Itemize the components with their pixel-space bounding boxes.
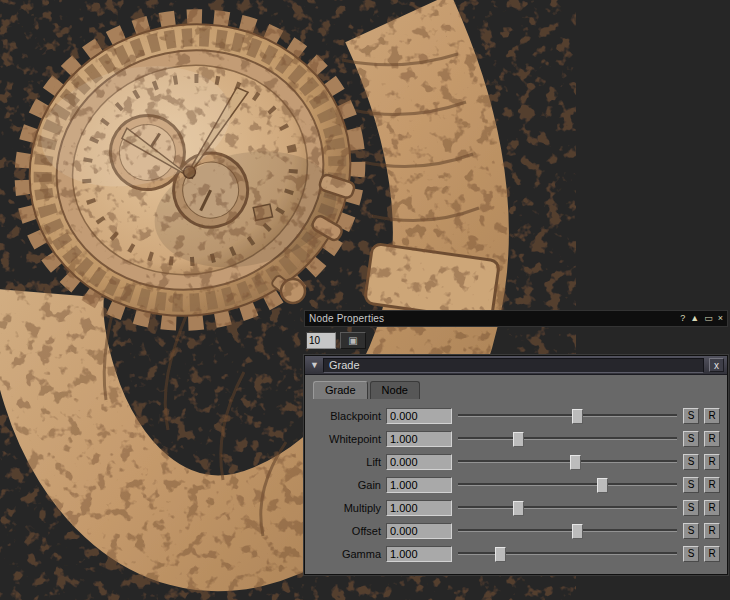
param-value-input[interactable] (386, 408, 452, 424)
panel-title: Node Properties (309, 313, 675, 324)
param-label: Gain (311, 479, 381, 491)
param-row: Blackpoint S R (311, 404, 721, 427)
param-slider[interactable] (457, 430, 678, 447)
tab-bar: Grade Node (313, 381, 721, 399)
collapse-arrow-icon[interactable]: ▼ (308, 360, 321, 370)
slider-s-button[interactable]: S (683, 477, 699, 493)
tab-node[interactable]: Node (370, 381, 420, 399)
param-label: Lift (311, 456, 381, 468)
param-slider[interactable] (457, 499, 678, 516)
param-value-input[interactable] (386, 431, 452, 447)
slider-r-button[interactable]: R (704, 500, 720, 516)
slider-s-button[interactable]: S (683, 523, 699, 539)
param-row: Lift S R (311, 450, 721, 473)
param-slider[interactable] (457, 453, 678, 470)
slider-handle[interactable] (570, 455, 581, 470)
help-icon[interactable]: ? (680, 314, 685, 323)
param-label: Multiply (311, 502, 381, 514)
group-header[interactable]: ▼ Grade x (305, 356, 727, 375)
close-icon[interactable]: × (718, 314, 723, 323)
slider-s-button[interactable]: S (683, 500, 699, 516)
slider-r-button[interactable]: R (704, 408, 720, 424)
param-label: Offset (311, 525, 381, 537)
param-slider[interactable] (457, 407, 678, 424)
param-row: Offset S R (311, 519, 721, 542)
slider-handle[interactable] (495, 547, 506, 562)
slider-handle[interactable] (513, 501, 524, 516)
param-rows: Blackpoint S R Whitepoint S R Lift S R G… (311, 404, 721, 565)
slider-s-button[interactable]: S (683, 454, 699, 470)
slider-r-button[interactable]: R (704, 546, 720, 562)
slider-handle[interactable] (513, 432, 524, 447)
param-label: Whitepoint (311, 433, 381, 445)
tab-grade[interactable]: Grade (313, 381, 368, 399)
param-slider[interactable] (457, 476, 678, 493)
param-value-input[interactable] (386, 546, 452, 562)
grade-node-group: ▼ Grade x Grade Node Blackpoint S R Whit… (304, 355, 728, 575)
param-value-input[interactable] (386, 523, 452, 539)
param-row: Multiply S R (311, 496, 721, 519)
slider-r-button[interactable]: R (704, 431, 720, 447)
slider-track (458, 414, 677, 417)
properties-toolbar: ▣ (304, 327, 728, 355)
slider-track (458, 460, 677, 463)
slider-track (458, 483, 677, 486)
group-title: Grade (323, 358, 704, 373)
slider-s-button[interactable]: S (683, 546, 699, 562)
param-slider[interactable] (457, 545, 678, 562)
slider-track (458, 506, 677, 509)
slider-s-button[interactable]: S (683, 431, 699, 447)
slider-track (458, 437, 677, 440)
slider-track (458, 552, 677, 555)
param-label: Blackpoint (311, 410, 381, 422)
node-properties-panel: Node Properties ? ▲ ▭ × ▣ ▼ Grade x Grad… (304, 310, 728, 575)
param-value-input[interactable] (386, 454, 452, 470)
group-close-button[interactable]: x (709, 358, 724, 372)
pin-panels-button[interactable]: ▣ (340, 332, 366, 349)
param-label: Gamma (311, 548, 381, 560)
maximize-icon[interactable]: ▭ (704, 314, 713, 323)
slider-handle[interactable] (597, 478, 608, 493)
param-row: Whitepoint S R (311, 427, 721, 450)
slider-s-button[interactable]: S (683, 408, 699, 424)
param-value-input[interactable] (386, 500, 452, 516)
group-body: Grade Node Blackpoint S R Whitepoint S R… (305, 375, 727, 574)
slider-r-button[interactable]: R (704, 477, 720, 493)
param-value-input[interactable] (386, 477, 452, 493)
float-icon[interactable]: ▲ (690, 314, 699, 323)
param-slider[interactable] (457, 522, 678, 539)
slider-r-button[interactable]: R (704, 454, 720, 470)
max-panels-input[interactable] (306, 332, 336, 349)
param-row: Gain S R (311, 473, 721, 496)
param-row: Gamma S R (311, 542, 721, 565)
slider-handle[interactable] (572, 524, 583, 539)
slider-handle[interactable] (572, 409, 583, 424)
slider-r-button[interactable]: R (704, 523, 720, 539)
panel-titlebar[interactable]: Node Properties ? ▲ ▭ × (304, 310, 728, 327)
slider-track (458, 529, 677, 532)
